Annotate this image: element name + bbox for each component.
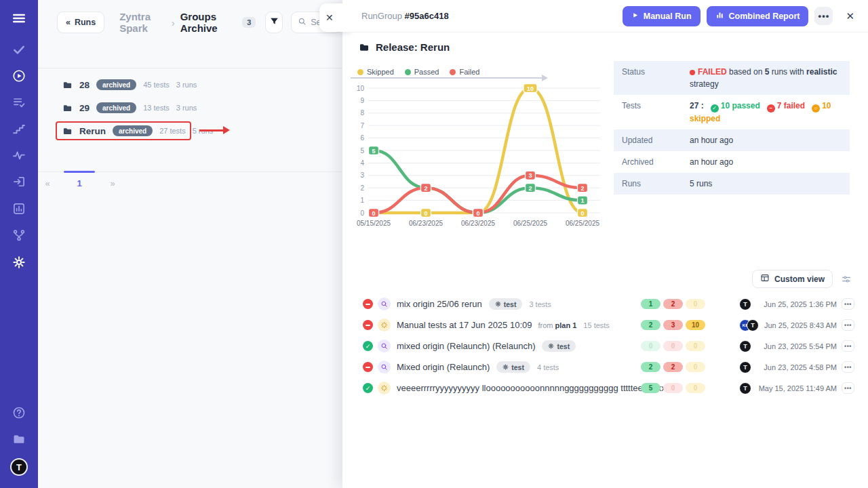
- run-more-button[interactable]: •••: [842, 298, 854, 310]
- sidebar-help-icon[interactable]: [0, 406, 38, 420]
- run-row[interactable]: ✓veeeerrrrryyyyyyyyyy llooooooooooonnnnn…: [342, 378, 868, 399]
- automated-run-icon: [378, 340, 391, 352]
- summary-label: Updated: [622, 134, 690, 146]
- run-tests-count: 4 tests: [537, 363, 559, 371]
- sidebar-gear-icon[interactable]: [0, 256, 38, 269]
- svg-text:6: 6: [360, 134, 364, 142]
- svg-text:0: 0: [424, 210, 427, 217]
- run-title[interactable]: Manual tests at 17 Jun 2025 10:09: [397, 320, 532, 330]
- status-mini-icon: ✓: [711, 104, 719, 113]
- run-date: Jun 23, 2025 5:54 PM: [728, 342, 837, 350]
- run-more-button[interactable]: •••: [842, 361, 854, 373]
- sidebar-folder-icon[interactable]: [0, 432, 38, 446]
- pagination-page-1[interactable]: 1: [64, 178, 95, 188]
- group-row-rerun[interactable]: Rerunarchived27 tests5 runs: [38, 119, 342, 142]
- sidebar-import-icon[interactable]: [0, 175, 38, 188]
- status-mini-icon: −: [767, 104, 775, 113]
- automated-run-icon: [378, 361, 391, 373]
- user-avatar[interactable]: T: [10, 458, 28, 476]
- search-icon: [298, 17, 307, 28]
- sidebar-play-circle-icon[interactable]: [0, 69, 38, 83]
- count-badge-passed: 2: [641, 362, 660, 372]
- group-runs-count: 5 runs: [193, 127, 214, 135]
- sidebar-steps-icon[interactable]: [0, 122, 38, 136]
- svg-text:0: 0: [580, 210, 584, 217]
- run-tests-count: 3 tests: [529, 300, 551, 308]
- run-row[interactable]: mix origin 25/06 reruntest3 tests120TJun…: [342, 293, 868, 314]
- filter-button[interactable]: [265, 12, 283, 33]
- summary-value: an hour ago: [690, 156, 733, 168]
- summary-table: StatusFAILED based on 5 runs with realis…: [614, 61, 850, 195]
- summary-label: Tests: [622, 100, 690, 125]
- close-panel-icon[interactable]: ✕: [843, 10, 857, 22]
- legend-item-failed[interactable]: Failed: [450, 68, 479, 76]
- summary-label: Runs: [622, 178, 690, 190]
- archived-badge: archived: [113, 125, 153, 136]
- summary-row-status: StatusFAILED based on 5 runs with realis…: [614, 61, 850, 95]
- summary-row-runs: Runs5 runs: [614, 173, 850, 195]
- summary-value: 5 runs: [690, 178, 712, 190]
- run-passed-icon: ✓: [363, 341, 373, 351]
- sidebar-activity-icon[interactable]: [0, 148, 38, 162]
- group-list: 28archived45 tests3 runs29archived13 tes…: [38, 73, 342, 142]
- sidebar-menu-icon[interactable]: [0, 11, 38, 26]
- run-tests-count: 15 tests: [583, 321, 610, 329]
- count-badge-skipped: 0: [686, 341, 705, 351]
- run-title[interactable]: mix origin 25/06 rerun: [397, 299, 482, 309]
- group-name: Rerun: [79, 126, 106, 136]
- breadcrumb-separator: ›: [172, 17, 175, 28]
- run-tag-badge: test: [542, 340, 576, 352]
- pagination-next-button[interactable]: »: [103, 178, 122, 188]
- run-title[interactable]: mixed origin (Relaunch) (Relaunch): [397, 341, 535, 351]
- group-row-29[interactable]: 29archived13 tests3 runs: [38, 96, 342, 119]
- svg-text:1: 1: [360, 197, 364, 204]
- sidebar-branch-icon[interactable]: [0, 228, 38, 242]
- runs-trend-chart: 10987654321005/15/202506/23/202506/23/20…: [347, 80, 606, 235]
- svg-text:2: 2: [424, 185, 427, 192]
- combined-report-button[interactable]: Combined Report: [707, 6, 809, 26]
- run-row[interactable]: ✓mixed origin (Relaunch) (Relaunch)test0…: [342, 336, 868, 357]
- run-row[interactable]: Manual tests at 17 Jun 2025 10:09from pl…: [342, 314, 868, 336]
- run-row[interactable]: Mixed origin (Relaunch)test4 tests220TJu…: [342, 357, 868, 378]
- breadcrumb-project[interactable]: Zyntra Spark: [119, 11, 165, 34]
- svg-text:0: 0: [476, 210, 479, 217]
- run-more-button[interactable]: •••: [842, 382, 854, 394]
- trend-arrow-icon: [351, 77, 542, 79]
- breadcrumb-page: Groups Archive: [180, 11, 237, 34]
- sidebar-report-icon[interactable]: [0, 202, 38, 216]
- legend-dot-icon: [450, 69, 456, 75]
- svg-text:06/25/2025: 06/25/2025: [513, 220, 547, 227]
- legend-dot-icon: [405, 69, 411, 75]
- count-badge-passed: 1: [641, 299, 660, 309]
- sliders-icon[interactable]: [841, 274, 852, 285]
- run-plan-link[interactable]: from plan 1: [538, 321, 576, 329]
- svg-text:0: 0: [360, 209, 364, 217]
- legend-item-passed[interactable]: Passed: [405, 68, 439, 76]
- group-name: 28: [79, 80, 90, 90]
- sidebar: T: [0, 0, 38, 488]
- run-title[interactable]: Mixed origin (Relaunch): [397, 362, 490, 372]
- run-title[interactable]: veeeerrrrryyyyyyyyyy llooooooooooonnnnng…: [397, 383, 675, 393]
- svg-text:2: 2: [360, 184, 364, 192]
- run-more-button[interactable]: •••: [842, 319, 854, 331]
- count-badge-failed: 0: [663, 341, 683, 351]
- manual-run-button[interactable]: Manual Run: [623, 6, 701, 26]
- run-more-button[interactable]: •••: [842, 340, 854, 352]
- more-actions-button[interactable]: •••: [814, 7, 833, 25]
- run-failed-icon: [363, 320, 373, 330]
- groups-archive-panel: « Runs Zyntra Spark › Groups Archive 3 S…: [38, 0, 342, 488]
- left-topbar: « Runs Zyntra Spark › Groups Archive 3 S…: [38, 11, 342, 34]
- back-to-runs-button[interactable]: « Runs: [57, 12, 104, 33]
- pagination-prev-button[interactable]: «: [38, 178, 57, 188]
- sidebar-check-icon[interactable]: [0, 43, 38, 56]
- sidebar-list-check-icon[interactable]: [0, 96, 38, 109]
- rungroup-detail-panel: ✕ RunGroup #95a6c418 Manual Run Combined…: [342, 0, 868, 488]
- group-tests-count: 27 tests: [159, 127, 186, 135]
- group-row-28[interactable]: 28archived45 tests3 runs: [38, 73, 342, 96]
- run-passed-icon: ✓: [363, 383, 373, 393]
- legend-item-skipped[interactable]: Skipped: [357, 68, 394, 76]
- failed-dot-icon: [690, 70, 695, 75]
- svg-text:4: 4: [360, 159, 364, 167]
- manual-run-icon: [378, 382, 391, 394]
- custom-view-button[interactable]: Custom view: [752, 270, 833, 288]
